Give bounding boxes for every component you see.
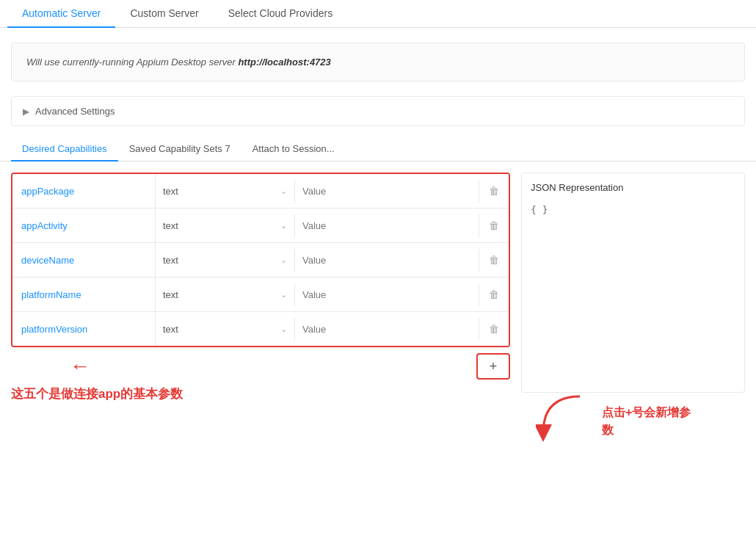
capability-value-apppackage[interactable] — [295, 180, 479, 203]
advanced-settings-row[interactable]: ▶ Advanced Settings — [11, 96, 745, 126]
capability-name-appactivity: appActivity — [12, 208, 156, 242]
value-input-appactivity[interactable] — [302, 220, 471, 231]
capability-name-devicename: deviceName — [12, 243, 156, 277]
capability-table-outline: appPackage text ⌄ 🗑 appActivity text ⌄ — [11, 173, 510, 347]
server-info-text-prefix: Will use currently-running Appium Deskto… — [26, 57, 238, 68]
capability-name-platformversion: platformVersion — [12, 312, 156, 346]
left-arrow-icon: ← — [70, 355, 90, 377]
tab-select-cloud[interactable]: Select Cloud Providers — [214, 0, 347, 28]
dropdown-arrow-icon: ⌄ — [280, 290, 287, 300]
down-arrow-icon — [536, 393, 595, 446]
table-row: appPackage text ⌄ 🗑 — [12, 174, 509, 208]
type-text-platformname: text — [163, 289, 178, 300]
type-text-devicename: text — [163, 255, 178, 266]
add-icon: + — [490, 359, 498, 374]
tab-attach-session[interactable]: Attach to Session... — [241, 137, 346, 162]
capability-value-platformname[interactable] — [295, 283, 479, 306]
table-row: platformVersion text ⌄ 🗑 — [12, 312, 509, 346]
table-row: deviceName text ⌄ 🗑 — [12, 243, 509, 278]
delete-button-devicename[interactable]: 🗑 — [479, 254, 509, 266]
tab-saved-capability-sets[interactable]: Saved Capability Sets 7 — [118, 137, 241, 162]
capability-name-platformname: platformName — [12, 278, 156, 311]
capability-type-platformversion[interactable]: text ⌄ — [156, 318, 295, 341]
json-panel-title: JSON Representation — [531, 182, 735, 193]
add-capability-button[interactable]: + — [476, 353, 510, 380]
capability-tabs-bar: Desired Capabilities Saved Capability Se… — [0, 137, 756, 162]
delete-button-apppackage[interactable]: 🗑 — [479, 185, 509, 197]
tab-desired-capabilities[interactable]: Desired Capabilities — [11, 137, 118, 162]
dropdown-arrow-icon: ⌄ — [280, 186, 287, 196]
value-input-devicename[interactable] — [302, 255, 471, 266]
table-row: platformName text ⌄ 🗑 — [12, 278, 509, 312]
dropdown-arrow-icon: ⌄ — [280, 255, 287, 265]
dropdown-arrow-icon: ⌄ — [280, 221, 287, 231]
top-tabs-bar: Automatic Server Custom Server Select Cl… — [0, 0, 756, 28]
table-row: appActivity text ⌄ 🗑 — [12, 208, 509, 243]
json-panel: JSON Representation { } — [521, 173, 745, 393]
delete-button-appactivity[interactable]: 🗑 — [479, 220, 509, 231]
dropdown-arrow-icon: ⌄ — [280, 324, 287, 334]
type-text-appactivity: text — [163, 220, 178, 231]
capability-type-devicename[interactable]: text ⌄ — [156, 249, 295, 272]
delete-button-platformversion[interactable]: 🗑 — [479, 323, 509, 335]
delete-button-platformname[interactable]: 🗑 — [479, 289, 509, 300]
type-text-apppackage: text — [163, 186, 178, 197]
capability-type-apppackage[interactable]: text ⌄ — [156, 180, 295, 203]
capability-value-devicename[interactable] — [295, 249, 479, 272]
value-input-platformname[interactable] — [302, 289, 471, 300]
tab-automatic-server[interactable]: Automatic Server — [7, 0, 115, 28]
capability-name-apppackage: appPackage — [12, 174, 156, 208]
capability-table: appPackage text ⌄ 🗑 appActivity text ⌄ — [11, 173, 510, 446]
bottom-left-text: 这五个是做连接app的基本参数 — [11, 387, 183, 401]
right-annotation-text: 点击+号会新增参数 — [602, 404, 691, 439]
capability-value-appactivity[interactable] — [295, 214, 479, 237]
server-url: http://localhost:4723 — [238, 57, 330, 68]
tab-custom-server[interactable]: Custom Server — [115, 0, 213, 28]
value-input-platformversion[interactable] — [302, 324, 471, 335]
bottom-annotation-left: 这五个是做连接app的基本参数 — [11, 385, 510, 402]
type-text-platformversion: text — [163, 324, 178, 335]
chevron-right-icon: ▶ — [23, 106, 29, 117]
advanced-settings-label: Advanced Settings — [35, 106, 115, 117]
json-content: { } — [531, 204, 735, 215]
capability-type-appactivity[interactable]: text ⌄ — [156, 214, 295, 237]
right-annotation-area: 点击+号会新增参数 — [521, 400, 745, 446]
server-info-box: Will use currently-running Appium Deskto… — [11, 43, 745, 81]
right-section: JSON Representation { } 点击+号会新增参数 — [521, 173, 745, 446]
capability-type-platformname[interactable]: text ⌄ — [156, 283, 295, 306]
value-input-apppackage[interactable] — [302, 186, 471, 197]
capability-value-platformversion[interactable] — [295, 318, 479, 341]
capability-area: appPackage text ⌄ 🗑 appActivity text ⌄ — [0, 162, 756, 457]
